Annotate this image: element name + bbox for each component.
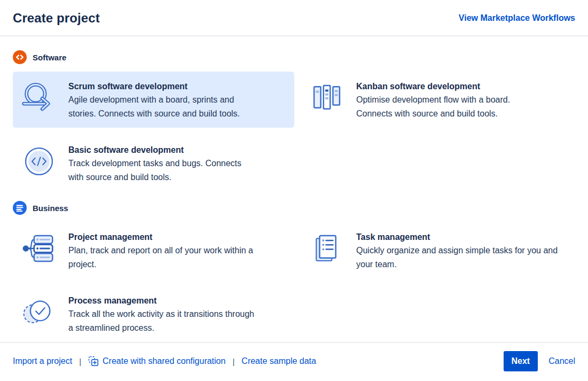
card-process-management[interactable]: Process management Track all the work ac… (13, 286, 294, 342)
card-description: Quickly organize and assign simple tasks… (356, 244, 558, 271)
kanban-icon (309, 79, 344, 117)
software-cards-grid: Scrum software development Agile develop… (13, 72, 575, 191)
separator: | (232, 357, 234, 366)
card-title: Scrum software development (68, 80, 258, 93)
page-title: Create project (13, 11, 100, 26)
card-text: Task management Quickly organize and ass… (356, 229, 558, 271)
card-basic-software-development[interactable]: Basic software development Track develop… (13, 135, 294, 191)
card-text: Process management Track all the work ac… (68, 293, 255, 335)
card-kanban-software-development[interactable]: Kanban software development Optimise dev… (301, 72, 575, 128)
card-text: Project management Plan, track and repor… (68, 229, 282, 271)
card-task-management[interactable]: Task management Quickly organize and ass… (301, 222, 575, 278)
separator: | (79, 357, 81, 366)
project-type-list: Software Scrum software development Agil… (0, 36, 588, 342)
document-lines-badge-icon (13, 201, 27, 215)
create-sample-data-link[interactable]: Create sample data (241, 356, 316, 366)
cancel-button[interactable]: Cancel (548, 356, 575, 366)
card-description: Optimise development flow with a board. … (356, 93, 532, 121)
card-title: Process management (68, 294, 255, 307)
task-list-icon (309, 229, 344, 268)
scrum-icon (21, 79, 57, 117)
card-text: Basic software development Track develop… (68, 142, 256, 184)
section-label: Software (33, 53, 66, 62)
card-description: Track all the work activity as it transi… (68, 307, 255, 335)
card-description: Plan, track and report on all of your wo… (68, 244, 282, 271)
card-description: Track development tasks and bugs. Connec… (68, 157, 256, 184)
card-text: Scrum software development Agile develop… (68, 79, 258, 121)
section-label: Business (33, 204, 68, 213)
code-badge-icon (13, 50, 27, 64)
create-with-shared-configuration-link[interactable]: Create with shared configuration (88, 356, 225, 367)
section-header-software: Software (13, 50, 575, 64)
link-label: Create sample data (241, 356, 316, 366)
code-circle-icon (21, 142, 57, 181)
card-title: Basic software development (68, 143, 256, 157)
card-scrum-software-development[interactable]: Scrum software development Agile develop… (13, 72, 294, 128)
next-button[interactable]: Next (504, 351, 538, 371)
card-project-management[interactable]: Project management Plan, track and repor… (13, 222, 294, 278)
shared-config-icon (88, 356, 99, 367)
dialog-footer: Import a project | Create with shared co… (0, 342, 588, 381)
section-header-business: Business (13, 201, 575, 215)
card-description: Agile development with a board, sprints … (68, 93, 258, 121)
import-a-project-link[interactable]: Import a project (13, 356, 72, 366)
project-tree-icon (21, 229, 57, 268)
link-label: Import a project (13, 356, 72, 366)
process-check-icon (21, 293, 57, 331)
card-title: Kanban software development (356, 80, 532, 93)
card-title: Task management (356, 230, 558, 244)
business-cards-grid: Project management Plan, track and repor… (13, 222, 575, 342)
dialog-header: Create project View Marketplace Workflow… (0, 0, 588, 36)
card-title: Project management (68, 230, 282, 244)
link-label: Create with shared configuration (103, 356, 225, 366)
view-marketplace-workflows-link[interactable]: View Marketplace Workflows (459, 13, 575, 23)
footer-links: Import a project | Create with shared co… (13, 356, 316, 367)
footer-actions: Next Cancel (504, 351, 576, 371)
card-text: Kanban software development Optimise dev… (356, 79, 532, 121)
